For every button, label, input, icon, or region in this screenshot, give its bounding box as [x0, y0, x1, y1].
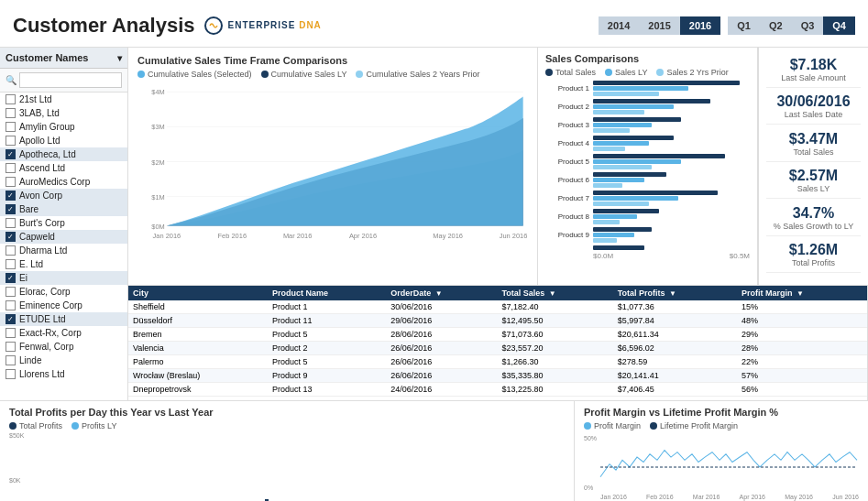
table-row: SheffieldProduct 130/06/2016$7,182.40$1,…	[128, 300, 867, 314]
table-cell: 22%	[737, 355, 867, 369]
sidebar-search: 🔍	[0, 69, 127, 93]
table-cell: 28/06/2016	[386, 328, 497, 342]
table-cell: $23,557.20	[497, 342, 612, 355]
bottom-row: Total Profits per Day this Year vs Last …	[0, 400, 868, 501]
customer-item[interactable]: Llorens Ltd	[0, 367, 127, 381]
year-tab-2015[interactable]: 2015	[639, 16, 679, 35]
sales-comparison-panel: Sales Comparisons Total Sales Sales LY	[538, 48, 758, 285]
col-profit-margin[interactable]: Profit Margin ▼	[737, 286, 867, 300]
customer-item[interactable]: ✓Capweld	[0, 230, 127, 244]
customer-checkbox	[5, 177, 16, 187]
br-legend-pm: Profit Margin	[584, 421, 641, 430]
year-tab-2016[interactable]: 2016	[680, 16, 720, 35]
bar-segment	[593, 92, 659, 96]
table-cell: $278.59	[613, 355, 737, 369]
bar-group	[593, 209, 746, 224]
search-input[interactable]	[19, 72, 122, 88]
brand-icon	[203, 16, 224, 36]
bar-segment	[593, 183, 622, 188]
col-total-profits[interactable]: Total Profits ▼	[613, 286, 737, 300]
kpi-value: $1.26M	[766, 242, 861, 258]
customer-name-label: Apotheca, Ltd	[19, 149, 76, 159]
table-row: ValenciaProduct 226/06/2016$23,557.20$6,…	[128, 342, 867, 355]
customer-name-label: AuroMedics Corp	[19, 177, 90, 187]
customer-name-label: Amylin Group	[19, 122, 75, 132]
customer-name-label: ETUDE Ltd	[19, 314, 66, 324]
cumulative-chart-panel: Cumulative Sales Time Frame Comparisons …	[128, 48, 538, 285]
customer-item[interactable]: ✓Ei	[0, 271, 127, 285]
table-cell: 29%	[737, 328, 867, 342]
svg-text:50%: 50%	[584, 433, 597, 441]
kpi-item: 30/06/2016Last Sales Date	[766, 93, 861, 125]
customer-checkbox: ✓	[5, 314, 16, 324]
table-header-row: City Product Name OrderDate ▼ Total Sale…	[128, 286, 867, 300]
customer-name-label: Eminence Corp	[19, 300, 82, 310]
quarter-tab-q4[interactable]: Q4	[823, 16, 855, 35]
customer-name-label: Ei	[19, 273, 27, 283]
customer-item[interactable]: Burt's Corp	[0, 216, 127, 230]
customer-item[interactable]: 21st Ltd	[0, 93, 127, 106]
bar-chart-container: Product 1Product 2Product 3Product 4Prod…	[545, 81, 750, 250]
customer-item[interactable]: Amylin Group	[0, 120, 127, 134]
quarter-tab-q2[interactable]: Q2	[760, 16, 792, 35]
table-cell: Product 9	[268, 369, 386, 383]
col-orderdate[interactable]: OrderDate ▼	[386, 286, 497, 300]
data-table: City Product Name OrderDate ▼ Total Sale…	[128, 286, 867, 397]
bottom-right-legend: Profit Margin Lifetime Profit Margin	[584, 421, 859, 430]
bar-label: Product 1	[545, 84, 593, 93]
bar-row: Product 8	[545, 209, 746, 224]
kpi-label: Sales LY	[766, 184, 861, 193]
kpi-item: $7.18KLast Sale Amount	[766, 57, 861, 88]
customer-checkbox	[5, 369, 16, 379]
bar-group	[593, 172, 746, 188]
bar-segment	[593, 220, 620, 224]
bar-row: Product 9	[545, 227, 746, 243]
customer-item[interactable]: Elorac, Corp	[0, 285, 127, 299]
customer-item[interactable]: ✓Apotheca, Ltd	[0, 147, 127, 161]
customer-item[interactable]: Fenwal, Corp	[0, 340, 127, 354]
customer-item[interactable]: ✓ETUDE Ltd	[0, 312, 127, 326]
bar-row: Product 7	[545, 191, 746, 206]
legend-dot-2yr	[356, 71, 363, 78]
kpi-value: $2.57M	[766, 168, 861, 184]
customer-item[interactable]: ✓Bare	[0, 202, 127, 216]
table-cell: Düsseldorf	[128, 314, 268, 328]
quarter-tab-q1[interactable]: Q1	[728, 16, 760, 35]
customer-name-label: 3LAB, Ltd	[19, 108, 60, 118]
table-cell: $12,495.50	[497, 314, 612, 328]
customer-item[interactable]: Apollo Ltd	[0, 134, 127, 147]
bar-chart-x-labels: $0.0M$0.5M	[545, 252, 750, 260]
customer-item[interactable]: Eminence Corp	[0, 299, 127, 312]
customer-item[interactable]: Dharma Ltd	[0, 244, 127, 257]
customer-item[interactable]: Exact-Rx, Corp	[0, 326, 127, 340]
bar-segment	[593, 238, 617, 243]
col-total-sales[interactable]: Total Sales ▼	[497, 286, 612, 300]
table-cell: Product 5	[268, 355, 386, 369]
profit-margin-chart: 50% 0%	[584, 432, 859, 492]
header: Customer Analysis ENTERPRISE DNA 2014 20…	[0, 0, 868, 48]
bar-segment	[593, 209, 659, 213]
customer-item[interactable]: Linde	[0, 354, 127, 367]
customer-item[interactable]: ✓Avon Corp	[0, 189, 127, 202]
customer-item[interactable]: Ascend Ltd	[0, 161, 127, 175]
bar-label: Product 6	[545, 176, 593, 184]
table-cell: 26/06/2016	[386, 342, 497, 355]
table-cell: $35,335.80	[497, 369, 612, 383]
bar-segment	[593, 104, 674, 109]
kpi-label: Last Sale Amount	[766, 73, 861, 82]
br-legend-lpm: Lifetime Profit Margin	[650, 421, 738, 430]
bar-label: Product 2	[545, 103, 593, 111]
chevron-down-icon[interactable]: ▾	[117, 53, 122, 63]
customer-item[interactable]: E. Ltd	[0, 257, 127, 271]
center-top: Cumulative Sales Time Frame Comparisons …	[128, 48, 868, 286]
quarter-tab-q3[interactable]: Q3	[792, 16, 824, 35]
year-tab-2014[interactable]: 2014	[599, 16, 639, 35]
customer-checkbox	[5, 300, 16, 310]
customer-item[interactable]: AuroMedics Corp	[0, 175, 127, 189]
bottom-left-chart: $50K $0K	[9, 432, 565, 495]
svg-text:Mar 2016: Mar 2016	[283, 232, 312, 240]
bar-group	[593, 191, 746, 206]
search-icon: 🔍	[5, 75, 16, 85]
customer-item[interactable]: 3LAB, Ltd	[0, 106, 127, 120]
year-tabs: 2014 2015 2016	[599, 16, 720, 35]
